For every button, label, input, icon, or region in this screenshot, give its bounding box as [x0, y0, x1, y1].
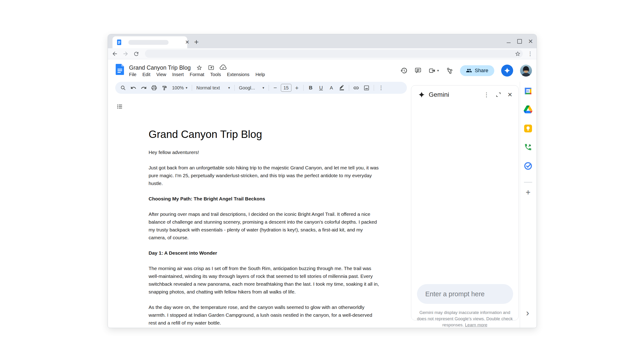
- toolbar-search-button[interactable]: [119, 84, 127, 92]
- font-family-select[interactable]: Googl... ▾: [238, 85, 266, 90]
- menu-view[interactable]: View: [154, 71, 169, 78]
- browser-navbar: ⋮: [108, 48, 536, 59]
- document-status-cloud-icon[interactable]: [220, 64, 226, 71]
- forward-icon: [122, 50, 129, 57]
- doc-body-title: Grand Canyon Trip Blog: [148, 128, 380, 141]
- drive-rail-button[interactable]: [524, 105, 533, 114]
- docs-logo-icon[interactable]: [116, 64, 124, 75]
- highlight-color-button[interactable]: [338, 84, 346, 92]
- gemini-expand-button[interactable]: [496, 92, 502, 98]
- underline-button[interactable]: U: [317, 84, 325, 92]
- bold-button[interactable]: B: [306, 84, 315, 92]
- voice-rail-button[interactable]: [524, 142, 533, 152]
- share-button[interactable]: Share: [460, 65, 494, 76]
- gemini-more-button[interactable]: ⋮: [484, 91, 490, 98]
- gemini-spark-icon: [504, 67, 510, 74]
- document-editing-area[interactable]: Grand Canyon Trip Blog Hey fellow advent…: [148, 128, 380, 328]
- highlighter-icon: [339, 85, 345, 91]
- menu-file[interactable]: File: [126, 71, 140, 78]
- tasks-rail-button[interactable]: [524, 161, 533, 171]
- window-minimize-button[interactable]: [504, 37, 513, 45]
- reload-button[interactable]: [132, 50, 140, 58]
- back-button[interactable]: [111, 50, 119, 58]
- hide-side-panel-button[interactable]: ›: [522, 307, 533, 318]
- menu-edit[interactable]: Edit: [140, 71, 153, 78]
- browser-menu-button[interactable]: ⋮: [526, 50, 534, 58]
- videocam-icon: [429, 67, 436, 74]
- zoom-value: 100%: [172, 85, 184, 90]
- meet-button[interactable]: ▾: [429, 67, 439, 74]
- menu-format[interactable]: Format: [187, 71, 207, 78]
- text-color-button[interactable]: A: [327, 84, 336, 92]
- gemini-prompt-placeholder: Enter a prompt here: [425, 290, 484, 298]
- toolbar-divider: [349, 85, 349, 91]
- menu-insert[interactable]: Insert: [169, 71, 187, 78]
- gemini-panel-header: Gemini ⋮ ✕: [411, 85, 518, 98]
- paragraph-style-select[interactable]: Normal text ▾: [195, 85, 232, 90]
- star-outline-icon: [196, 65, 202, 71]
- menu-help[interactable]: Help: [252, 71, 268, 78]
- font-size-field[interactable]: 15: [281, 84, 292, 92]
- undo-icon: [130, 85, 136, 91]
- gemini-close-button[interactable]: ✕: [508, 91, 512, 98]
- increase-font-size-button[interactable]: +: [294, 84, 300, 92]
- window-maximize-button[interactable]: [515, 37, 524, 45]
- comments-button[interactable]: [414, 67, 422, 74]
- toolbar-divider: [374, 85, 374, 91]
- account-avatar[interactable]: [520, 65, 532, 76]
- tasks-icon: [524, 162, 532, 170]
- maximize-icon: [517, 39, 522, 44]
- keep-rail-button[interactable]: [524, 124, 533, 133]
- document-name[interactable]: Grand Canyon Trip Blog: [129, 64, 191, 71]
- insert-link-button[interactable]: [352, 84, 360, 92]
- minimize-icon: [507, 42, 510, 43]
- font-caret-icon: ▾: [262, 86, 264, 90]
- star-document-button[interactable]: [196, 64, 203, 71]
- comment-icon: [414, 67, 422, 74]
- undo-button[interactable]: [129, 84, 138, 92]
- decrease-font-size-button[interactable]: −: [272, 84, 279, 92]
- get-addons-button[interactable]: +: [524, 188, 533, 197]
- search-icon: [120, 85, 126, 91]
- move-to-folder-button[interactable]: [208, 64, 214, 71]
- share-button-label: Share: [475, 67, 488, 73]
- browser-tab[interactable]: ✕: [112, 36, 187, 48]
- version-history-button[interactable]: [400, 67, 408, 74]
- calendar-rail-button[interactable]: 31: [524, 86, 533, 96]
- drive-icon: [524, 105, 532, 113]
- history-icon: [400, 67, 408, 74]
- workflow-button[interactable]: [446, 67, 453, 74]
- gemini-prompt-input[interactable]: Enter a prompt here: [417, 284, 513, 304]
- share-people-icon: [466, 67, 472, 73]
- font-family-value: Googl...: [239, 85, 255, 90]
- paint-format-button[interactable]: [160, 84, 168, 92]
- gemini-panel-title: Gemini: [429, 91, 449, 98]
- gemini-button[interactable]: [501, 65, 513, 76]
- zoom-select[interactable]: 100% ▾: [171, 85, 189, 90]
- redo-button[interactable]: [140, 84, 148, 92]
- document-outline-button[interactable]: [115, 102, 124, 111]
- toolbar-divider: [192, 85, 192, 91]
- insert-image-button[interactable]: [362, 84, 371, 92]
- outline-list-icon: [116, 103, 123, 110]
- tab-close-icon[interactable]: ✕: [184, 39, 191, 46]
- new-tab-button[interactable]: +: [192, 37, 201, 47]
- address-bar[interactable]: [145, 50, 523, 58]
- toolbar-more-button[interactable]: ⋮: [377, 84, 385, 92]
- text-color-icon: A: [330, 85, 333, 90]
- paragraph-style-value: Normal text: [196, 85, 220, 90]
- menu-extensions[interactable]: Extensions: [224, 71, 252, 78]
- window-close-button[interactable]: ✕: [526, 37, 535, 45]
- link-icon: [353, 85, 359, 91]
- reload-icon: [133, 51, 140, 57]
- menu-tools[interactable]: Tools: [207, 71, 224, 78]
- keep-icon: [524, 124, 532, 133]
- back-icon: [112, 50, 118, 57]
- meet-dropdown-caret-icon[interactable]: ▾: [437, 68, 439, 73]
- print-button[interactable]: [150, 84, 158, 92]
- gemini-learn-more-link[interactable]: Learn more: [465, 323, 487, 327]
- rail-divider: [524, 182, 532, 182]
- expand-icon: [496, 92, 502, 98]
- bookmark-star-button[interactable]: [514, 50, 522, 57]
- forward-button[interactable]: [122, 50, 130, 58]
